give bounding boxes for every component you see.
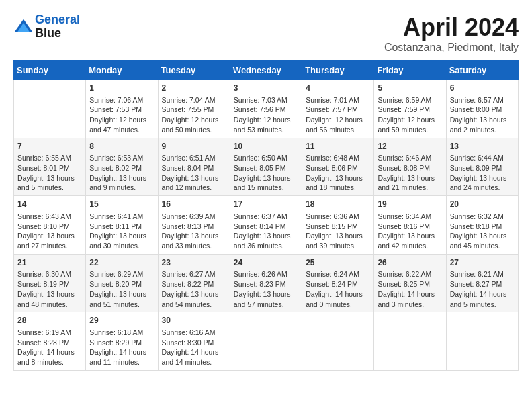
- calendar-cell: 30Sunrise: 6:16 AMSunset: 8:30 PMDayligh…: [158, 312, 230, 371]
- column-header-thursday: Thursday: [302, 61, 374, 80]
- calendar-cell: 5Sunrise: 6:59 AMSunset: 7:59 PMDaylight…: [374, 80, 446, 138]
- day-number: 22: [89, 257, 154, 269]
- day-number: 23: [162, 257, 226, 269]
- calendar-cell: 26Sunrise: 6:22 AMSunset: 8:25 PMDayligh…: [374, 254, 446, 312]
- day-number: 28: [17, 315, 82, 326]
- day-number: 3: [234, 83, 298, 94]
- day-number: 25: [306, 257, 370, 269]
- calendar-cell: 17Sunrise: 6:37 AMSunset: 8:14 PMDayligh…: [230, 196, 302, 255]
- calendar-cell: 22Sunrise: 6:29 AMSunset: 8:20 PMDayligh…: [86, 254, 158, 312]
- calendar-cell: 6Sunrise: 6:57 AMSunset: 8:00 PMDaylight…: [446, 80, 518, 138]
- calendar-cell: 12Sunrise: 6:46 AMSunset: 8:08 PMDayligh…: [374, 138, 446, 196]
- calendar-cell: [302, 312, 374, 371]
- day-number: 21: [17, 257, 82, 269]
- calendar-cell: 14Sunrise: 6:43 AMSunset: 8:10 PMDayligh…: [14, 196, 86, 255]
- week-row-5: 28Sunrise: 6:19 AMSunset: 8:28 PMDayligh…: [14, 312, 519, 371]
- month-title: April 2024: [384, 13, 519, 42]
- calendar-cell: 18Sunrise: 6:36 AMSunset: 8:15 PMDayligh…: [302, 196, 374, 255]
- calendar-cell: 11Sunrise: 6:48 AMSunset: 8:06 PMDayligh…: [302, 138, 374, 196]
- day-number: 7: [17, 141, 82, 152]
- column-header-wednesday: Wednesday: [230, 61, 302, 80]
- day-number: 20: [450, 199, 515, 210]
- day-number: 9: [162, 141, 226, 152]
- day-number: 13: [450, 141, 515, 152]
- day-number: 26: [378, 257, 442, 269]
- day-number: 19: [378, 199, 442, 210]
- day-number: 29: [89, 315, 154, 326]
- calendar-cell: 19Sunrise: 6:34 AMSunset: 8:16 PMDayligh…: [374, 196, 446, 255]
- calendar-cell: 21Sunrise: 6:30 AMSunset: 8:19 PMDayligh…: [14, 254, 86, 312]
- calendar-cell: 1Sunrise: 7:06 AMSunset: 7:53 PMDaylight…: [86, 80, 158, 138]
- week-row-4: 21Sunrise: 6:30 AMSunset: 8:19 PMDayligh…: [14, 254, 519, 312]
- page-header: General Blue April 2024 Costanzana, Pied…: [13, 13, 519, 54]
- day-number: 16: [162, 199, 226, 210]
- calendar-cell: 15Sunrise: 6:41 AMSunset: 8:11 PMDayligh…: [86, 196, 158, 255]
- day-number: 12: [378, 141, 442, 152]
- day-number: 27: [450, 257, 515, 269]
- logo-text: General Blue: [35, 13, 80, 40]
- calendar-cell: 24Sunrise: 6:26 AMSunset: 8:23 PMDayligh…: [230, 254, 302, 312]
- day-number: 8: [89, 141, 154, 152]
- column-header-friday: Friday: [374, 61, 446, 80]
- calendar-cell: 8Sunrise: 6:53 AMSunset: 8:02 PMDaylight…: [86, 138, 158, 196]
- calendar-cell: 3Sunrise: 7:03 AMSunset: 7:56 PMDaylight…: [230, 80, 302, 138]
- calendar-cell: 7Sunrise: 6:55 AMSunset: 8:01 PMDaylight…: [14, 138, 86, 196]
- day-number: 15: [89, 199, 154, 210]
- calendar-cell: 23Sunrise: 6:27 AMSunset: 8:22 PMDayligh…: [158, 254, 230, 312]
- day-number: 17: [234, 199, 298, 210]
- week-row-3: 14Sunrise: 6:43 AMSunset: 8:10 PMDayligh…: [14, 196, 519, 255]
- calendar-cell: 9Sunrise: 6:51 AMSunset: 8:04 PMDaylight…: [158, 138, 230, 196]
- column-header-monday: Monday: [86, 61, 158, 80]
- day-number: 2: [162, 83, 226, 94]
- title-block: April 2024 Costanzana, Piedmont, Italy: [384, 13, 519, 54]
- column-header-saturday: Saturday: [446, 61, 518, 80]
- day-number: 6: [450, 83, 515, 94]
- calendar-cell: 27Sunrise: 6:21 AMSunset: 8:27 PMDayligh…: [446, 254, 518, 312]
- calendar-header-row: SundayMondayTuesdayWednesdayThursdayFrid…: [14, 61, 519, 80]
- day-number: 10: [234, 141, 298, 152]
- calendar-body: 1Sunrise: 7:06 AMSunset: 7:53 PMDaylight…: [14, 80, 519, 371]
- day-number: 30: [162, 315, 226, 326]
- day-number: 18: [306, 199, 370, 210]
- column-header-sunday: Sunday: [14, 61, 86, 80]
- day-number: 24: [234, 257, 298, 269]
- calendar-cell: 25Sunrise: 6:24 AMSunset: 8:24 PMDayligh…: [302, 254, 374, 312]
- day-number: 14: [17, 199, 82, 210]
- calendar-cell: [446, 312, 518, 371]
- logo: General Blue: [13, 13, 80, 40]
- day-number: 1: [89, 83, 154, 94]
- calendar-cell: [230, 312, 302, 371]
- calendar-cell: 29Sunrise: 6:18 AMSunset: 8:29 PMDayligh…: [86, 312, 158, 371]
- location-subtitle: Costanzana, Piedmont, Italy: [384, 42, 519, 54]
- calendar-cell: 16Sunrise: 6:39 AMSunset: 8:13 PMDayligh…: [158, 196, 230, 255]
- week-row-1: 1Sunrise: 7:06 AMSunset: 7:53 PMDaylight…: [14, 80, 519, 138]
- day-number: 5: [378, 83, 442, 94]
- calendar-cell: 28Sunrise: 6:19 AMSunset: 8:28 PMDayligh…: [14, 312, 86, 371]
- calendar-cell: [14, 80, 86, 138]
- calendar-table: SundayMondayTuesdayWednesdayThursdayFrid…: [13, 60, 519, 371]
- calendar-cell: 4Sunrise: 7:01 AMSunset: 7:57 PMDaylight…: [302, 80, 374, 138]
- logo-icon: [13, 17, 34, 37]
- day-number: 4: [306, 83, 370, 94]
- calendar-cell: 13Sunrise: 6:44 AMSunset: 8:09 PMDayligh…: [446, 138, 518, 196]
- column-header-tuesday: Tuesday: [158, 61, 230, 80]
- week-row-2: 7Sunrise: 6:55 AMSunset: 8:01 PMDaylight…: [14, 138, 519, 196]
- calendar-cell: 20Sunrise: 6:32 AMSunset: 8:18 PMDayligh…: [446, 196, 518, 255]
- calendar-cell: [374, 312, 446, 371]
- calendar-cell: 10Sunrise: 6:50 AMSunset: 8:05 PMDayligh…: [230, 138, 302, 196]
- day-number: 11: [306, 141, 370, 152]
- calendar-cell: 2Sunrise: 7:04 AMSunset: 7:55 PMDaylight…: [158, 80, 230, 138]
